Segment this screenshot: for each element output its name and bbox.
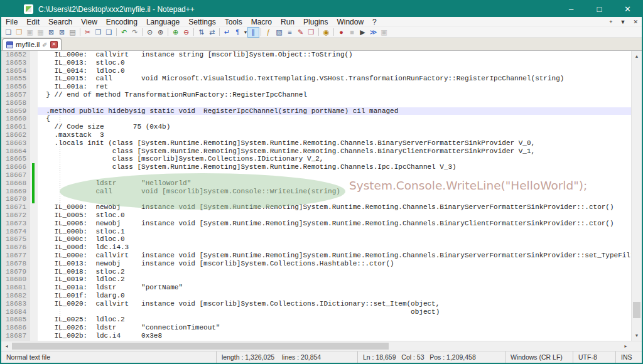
- line-number[interactable]: 18655: [1, 75, 30, 83]
- code-line[interactable]: 18684 object): [1, 308, 631, 316]
- code-text[interactable]: [38, 195, 631, 203]
- word-wrap-icon[interactable]: ↵: [222, 28, 232, 37]
- line-number[interactable]: 18668: [1, 179, 30, 188]
- vertical-scrollbar[interactable]: ▲ ▼: [631, 51, 642, 341]
- line-number[interactable]: 18663: [1, 139, 30, 147]
- menu-item-help[interactable]: ?: [368, 17, 381, 26]
- code-text[interactable]: .method public hidebysig static void Reg…: [38, 107, 631, 115]
- line-number[interactable]: 18676: [1, 244, 30, 252]
- code-line[interactable]: 18678 IL_0013: newobj instance void [msc…: [1, 260, 631, 268]
- code-text[interactable]: class [mscorlib]System.Collections.IDict…: [38, 155, 631, 163]
- code-line[interactable]: 18672 IL_0005: stloc.0: [1, 211, 631, 220]
- line-number[interactable]: 18656: [1, 83, 30, 91]
- code-line[interactable]: 18680 IL_0019: ldloc.2: [1, 276, 631, 284]
- code-text[interactable]: IL_000e: callvirt instance string [mscor…: [38, 51, 631, 59]
- code-text[interactable]: .locals init (class [System.Runtime.Remo…: [38, 139, 631, 147]
- code-line[interactable]: 18655 IL_0015: call void Microsoft.Visua…: [1, 75, 631, 83]
- menu-item-settings[interactable]: Settings: [184, 17, 220, 26]
- line-number[interactable]: 18658: [1, 99, 30, 107]
- code-line[interactable]: 18653 IL_0013: stloc.0: [1, 59, 631, 67]
- code-line[interactable]: 18675 IL_000c: ldloc.0: [1, 235, 631, 244]
- menu-item-plugins[interactable]: Plugins: [299, 17, 332, 26]
- save-all-icon[interactable]: ▦: [35, 28, 46, 37]
- scroll-up-arrow-icon[interactable]: ▲: [632, 51, 642, 62]
- code-text[interactable]: ldstr "HelloWorld": [38, 179, 631, 188]
- open-file-icon[interactable]: ❒: [14, 28, 24, 37]
- line-number[interactable]: 18686: [1, 324, 30, 332]
- edit-marker-icon[interactable]: ✎: [295, 28, 306, 37]
- code-text[interactable]: IL_000e: callvirt instance void [System.…: [38, 252, 631, 260]
- code-text[interactable]: IL_0000: newobj instance void [System.Ru…: [38, 203, 631, 211]
- line-number[interactable]: 18671: [1, 203, 30, 211]
- sync-scroll-horizontal-icon[interactable]: ⇄: [207, 28, 217, 37]
- maximize-button[interactable]: □: [585, 1, 613, 17]
- function-list-icon[interactable]: ƒ: [263, 28, 274, 37]
- code-line[interactable]: 18682 IL_001f: ldarg.0: [1, 292, 631, 300]
- code-line[interactable]: 18662 .maxstack 3: [1, 131, 631, 139]
- code-text[interactable]: IL_000d: ldc.i4.3: [38, 244, 631, 252]
- code-text[interactable]: {: [38, 115, 631, 123]
- code-line[interactable]: 18654 IL_0014: ldloc.0: [1, 67, 631, 75]
- code-line-changed[interactable]: 18666 class [System.Runtime.Remoting]Sys…: [1, 163, 631, 171]
- paste-icon[interactable]: ❑: [104, 28, 114, 37]
- menu-item-macro[interactable]: Macro: [247, 17, 276, 26]
- code-line[interactable]: 18676 IL_000d: ldc.i4.3: [1, 244, 631, 252]
- code-text[interactable]: IL_0026: ldstr "connectionTimeout": [38, 324, 631, 332]
- line-number[interactable]: 18666: [1, 163, 30, 171]
- minimize-button[interactable]: –: [557, 1, 585, 17]
- indent-guide-icon[interactable]: ∥: [248, 28, 259, 37]
- line-number[interactable]: 18685: [1, 316, 30, 324]
- line-number[interactable]: 18654: [1, 67, 30, 75]
- menu-item-tools[interactable]: Tools: [220, 17, 247, 26]
- vertical-scroll-track[interactable]: [632, 62, 642, 330]
- zoom-out-icon[interactable]: ⊖: [181, 28, 192, 37]
- line-number[interactable]: 18682: [1, 292, 30, 300]
- close-button[interactable]: ✕: [613, 1, 642, 17]
- code-text[interactable]: IL_0013: newobj instance void [mscorlib]…: [38, 260, 631, 268]
- menu-item-edit[interactable]: Edit: [22, 17, 44, 26]
- code-line-changed[interactable]: 18668 ldstr "HelloWorld": [1, 179, 631, 188]
- macro-run-multiple-icon[interactable]: ≫: [368, 28, 379, 37]
- line-number[interactable]: 18664: [1, 147, 30, 156]
- new-file-icon[interactable]: ❏: [3, 28, 14, 37]
- code-text[interactable]: [38, 171, 631, 179]
- line-number[interactable]: 18687: [1, 332, 30, 340]
- horizontal-scroll-track[interactable]: [12, 341, 620, 351]
- document-list-icon[interactable]: ≡: [284, 28, 295, 37]
- menu-item-language[interactable]: Language: [142, 17, 184, 26]
- code-line-changed[interactable]: 18667: [1, 171, 631, 179]
- code-line[interactable]: 18687 IL_002b: ldc.i4 0x3e8: [1, 332, 631, 340]
- line-number[interactable]: 18674: [1, 228, 30, 236]
- line-number[interactable]: 18661: [1, 123, 30, 131]
- copy-icon[interactable]: ❐: [93, 28, 104, 37]
- menu-item-encoding[interactable]: Encoding: [102, 17, 142, 26]
- line-number[interactable]: 18684: [1, 308, 30, 316]
- print-icon[interactable]: ▤: [67, 28, 78, 37]
- code-text[interactable]: [38, 99, 631, 107]
- code-text[interactable]: // Code size 75 (0x4b): [38, 123, 631, 131]
- tab-close-button[interactable]: ✕: [50, 41, 58, 48]
- code-line[interactable]: 18686 IL_0026: ldstr "connectionTimeout": [1, 324, 631, 332]
- save-icon[interactable]: ▣: [24, 28, 35, 37]
- code-editor[interactable]: 18652 IL_000e: callvirt instance string …: [1, 51, 631, 341]
- title-bar[interactable]: C:\Users\t2\Desktop\xxx2\myfile.il - Not…: [1, 1, 642, 17]
- find-icon[interactable]: ⊙: [144, 28, 155, 37]
- line-number[interactable]: 18659: [1, 107, 30, 115]
- line-number[interactable]: 18652: [1, 51, 30, 59]
- line-number[interactable]: 18662: [1, 131, 30, 139]
- show-all-chars-icon[interactable]: ¶: [232, 28, 243, 37]
- code-line[interactable]: 18660 {: [1, 115, 631, 123]
- menu-item-run[interactable]: Run: [276, 17, 299, 26]
- code-text[interactable]: } // end of method TransformationRunFact…: [38, 91, 631, 99]
- code-text[interactable]: IL_0005: stloc.0: [38, 211, 631, 220]
- line-number[interactable]: 18669: [1, 188, 30, 196]
- code-line[interactable]: 18673 IL_0006: newobj instance void [Sys…: [1, 220, 631, 228]
- undo-icon[interactable]: ↶: [119, 28, 129, 37]
- tab-list-dropdown-icon[interactable]: ▼: [617, 19, 630, 25]
- line-number[interactable]: 18677: [1, 252, 30, 260]
- macro-save-icon[interactable]: ▣: [379, 28, 389, 37]
- code-line[interactable]: 18677 IL_000e: callvirt instance void [S…: [1, 252, 631, 260]
- code-line[interactable]: 18656 IL_001a: ret: [1, 83, 631, 91]
- line-number[interactable]: 18681: [1, 284, 30, 292]
- code-line-changed[interactable]: 18669 call void [mscorlib]System.Console…: [1, 188, 631, 196]
